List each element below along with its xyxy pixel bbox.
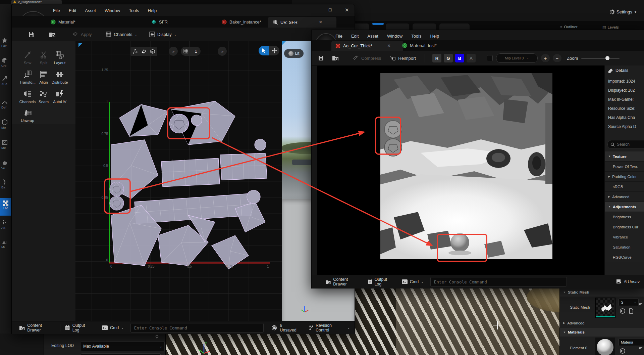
menu-file[interactable]: File [49, 8, 64, 13]
reset-icon[interactable] [638, 303, 643, 308]
close-button[interactable]: ✕ [345, 7, 349, 13]
tab-material-inst[interactable]: Material_Inst* [402, 40, 436, 51]
tool-autouv[interactable]: AutoUV [50, 90, 69, 104]
channels-dropdown[interactable]: Channels ⌄ [106, 32, 137, 37]
tab-material[interactable]: Material* [51, 16, 75, 28]
channel-a-button[interactable]: A [467, 54, 476, 62]
details-search[interactable]: Search [607, 140, 644, 149]
settings-button[interactable]: Settings ▼ [610, 9, 637, 14]
row-brightness[interactable]: Brightness [605, 212, 644, 222]
menu-asset[interactable]: Asset [80, 8, 100, 13]
pin-icon[interactable] [155, 335, 159, 339]
channel-b-button[interactable]: B [455, 54, 464, 62]
tab-uv-sfr[interactable]: UV: SFR ✕ [268, 17, 336, 28]
texture-viewport[interactable] [317, 65, 604, 275]
material-thumbnail[interactable] [595, 338, 615, 355]
menu-help[interactable]: Help [426, 34, 443, 39]
lod-dropdown[interactable]: Max Available ⌄ [81, 341, 165, 351]
palette-item-misc[interactable]: Mi [1, 238, 8, 249]
scrollbar-segment[interactable] [372, 23, 384, 25]
row-advanced[interactable]: ▶Advanced [605, 192, 644, 202]
palette-item-model[interactable]: Mo [1, 119, 8, 129]
outliner-tab-sliver[interactable]: ≡ Outliner [560, 25, 578, 29]
canvas-overflow-button[interactable]: » [218, 47, 227, 56]
output-log-button[interactable]: Output Log [60, 321, 97, 334]
section-texture[interactable]: ▼Texture [605, 151, 644, 162]
apply-button[interactable]: Apply [72, 32, 92, 38]
mip-plus-button[interactable]: + [541, 54, 550, 62]
maximize-button[interactable]: □ [329, 7, 331, 12]
unsaved-badge[interactable]: * 6 Unsav [611, 275, 644, 289]
mip-checkbox[interactable] [487, 55, 493, 61]
zoom-slider-thumb[interactable] [605, 56, 609, 60]
palette-item-xform[interactable]: XFo [1, 75, 8, 86]
element0-combo[interactable]: Materia [619, 338, 644, 346]
tool-layout[interactable]: Layout [50, 51, 69, 65]
menu-tools[interactable]: Tools [124, 8, 143, 13]
compress-button[interactable]: Compress [353, 55, 381, 61]
channel-g-button[interactable]: G [444, 54, 453, 62]
tab-close-icon[interactable]: ✕ [319, 20, 322, 25]
row-padding-color[interactable]: ▶Padding Color [605, 172, 644, 182]
face-select-button[interactable] [149, 47, 157, 55]
save-icon[interactable] [318, 55, 324, 61]
zoom-slider[interactable] [581, 58, 620, 59]
tab-sfr[interactable]: SFR [151, 16, 168, 28]
palette-item-bake[interactable]: Ba [1, 179, 8, 189]
menu-tools[interactable]: Tools [407, 34, 426, 39]
palette-item-deform[interactable]: Def [1, 99, 8, 109]
materials-section-header[interactable]: ▼ Materials [560, 328, 644, 337]
row-rgbcurve[interactable]: RGBCurve [605, 252, 644, 262]
edge-select-button[interactable] [140, 47, 148, 55]
lit-mode-button[interactable]: Lit [284, 49, 304, 58]
palette-item-create[interactable]: Cre [1, 57, 8, 68]
output-log-button[interactable]: Output Log [363, 275, 397, 289]
minimize-button[interactable]: ─ [312, 7, 315, 12]
tab-close-icon[interactable]: ✕ [387, 43, 390, 48]
browse-content-icon[interactable] [332, 55, 339, 61]
console-input[interactable]: Enter Console Command [130, 323, 264, 332]
menu-edit[interactable]: Edit [347, 34, 363, 39]
use-selected-icon[interactable] [620, 348, 626, 354]
levels-tab-sliver[interactable]: ▤ Levels [602, 25, 619, 29]
menu-asset[interactable]: Asset [363, 34, 383, 39]
tool-distribute[interactable]: Distribute [50, 70, 69, 84]
row-vibrance[interactable]: Vibrance [605, 232, 644, 242]
cmd-dropdown[interactable]: Cmd ⌄ [397, 275, 428, 289]
use-selected-icon[interactable] [620, 308, 626, 314]
save-icon[interactable] [28, 31, 35, 38]
content-drawer-button[interactable]: Content Drawer [14, 321, 60, 334]
unsaved-badge[interactable]: * 6 Unsaved [267, 321, 304, 334]
row-brightness-curve[interactable]: Brightness Cur [605, 222, 644, 232]
palette-item-voxel[interactable]: Vo [1, 160, 8, 170]
mip-minus-button[interactable]: − [553, 54, 561, 62]
content-drawer-button[interactable]: Content Drawer [321, 275, 363, 289]
toolbar-overflow-button[interactable]: » [169, 47, 178, 56]
menu-window[interactable]: Window [100, 8, 124, 13]
move-tool-button[interactable] [269, 46, 279, 55]
advanced-row[interactable]: ▶ Advanced [560, 318, 644, 328]
browse-content-icon[interactable] [49, 31, 56, 38]
revision-control-button[interactable]: Revision Control ⌄ [304, 321, 355, 334]
palette-item-fav[interactable]: Fav [1, 37, 8, 47]
browse-asset-icon[interactable] [628, 308, 634, 314]
tab-baker-instance[interactable]: Baker_instance* [222, 16, 261, 28]
menu-edit[interactable]: Edit [64, 8, 80, 13]
grid-size-value[interactable]: 1 [191, 47, 201, 56]
static-mesh-thumbnail[interactable] [595, 298, 615, 318]
select-tool-button[interactable] [259, 46, 269, 55]
display-dropdown[interactable]: Display ⌄ [149, 32, 176, 37]
row-power-of-two[interactable]: Power Of Two. [605, 162, 644, 172]
grid-toggle-button[interactable] [181, 47, 191, 56]
channel-r-button[interactable]: R [432, 54, 441, 62]
palette-item-uv[interactable]: UV [0, 198, 11, 216]
static-mesh-combo[interactable]: S⌄ [619, 298, 639, 306]
menu-file[interactable]: File [331, 34, 347, 39]
tool-unwrap[interactable]: Unwrap [18, 108, 37, 123]
row-saturation[interactable]: Saturation [605, 242, 644, 252]
console-input[interactable]: Enter Console Command [430, 277, 567, 286]
tab-ao-cur-thick[interactable]: Ao_Cur_Thick* ✕ [331, 41, 403, 51]
mip-level-dropdown[interactable]: Mip Level 0⌄ [496, 53, 538, 63]
reset-icon[interactable] [638, 347, 643, 352]
uv-canvas[interactable]: 1.2510.750.50.250 00.250.50.751 » 1 » [75, 41, 282, 321]
